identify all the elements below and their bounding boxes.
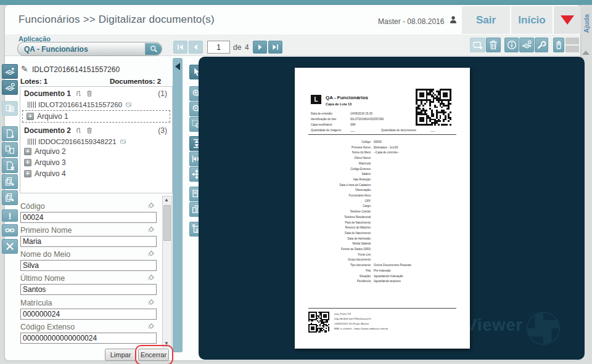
- barcode-icon: [28, 102, 36, 108]
- qr-code-small: [308, 312, 329, 333]
- document-1-row[interactable]: Documento 1 (1): [20, 87, 172, 99]
- plus-icon[interactable]: +: [24, 148, 31, 155]
- eraser-icon[interactable]: [147, 322, 155, 330]
- eraser-icon[interactable]: [147, 201, 155, 209]
- page-number-input[interactable]: [207, 41, 230, 54]
- file-label: Arquivo 4: [35, 169, 66, 178]
- aplicacao-dropdown[interactable]: QA - Funcionários: [17, 42, 162, 56]
- plus-icon[interactable]: +: [27, 113, 34, 120]
- close-panel-button[interactable]: [2, 239, 18, 254]
- eraser-icon[interactable]: [147, 249, 155, 257]
- ajuda-tab[interactable]: Ajuda: [582, 7, 591, 39]
- link-icon: [4, 225, 15, 236]
- rect-plus-icon: [472, 39, 483, 51]
- note-arrow-icon[interactable]: [75, 127, 82, 134]
- viewer-canvas[interactable]: Viewer L QA - Funcionários Capa de Lote …: [199, 57, 585, 360]
- last-page-button[interactable]: [268, 41, 282, 54]
- scanned-document-page[interactable]: L QA - Funcionários Capa de Lote 13 Data…: [295, 68, 470, 349]
- form-scrollbar[interactable]: ▲ ▼: [162, 196, 172, 347]
- search-button[interactable]: [145, 43, 162, 55]
- wrench-icon: [536, 39, 547, 51]
- delete-page-button[interactable]: [2, 158, 18, 173]
- file-row[interactable]: + Arquivo 3: [20, 157, 172, 168]
- alert-button[interactable]: !: [2, 209, 18, 222]
- primeiro-nome-input[interactable]: [20, 236, 157, 247]
- delete-batch-button[interactable]: [486, 38, 501, 52]
- replace-page-button[interactable]: [2, 142, 18, 157]
- file-row[interactable]: + Arquivo 2: [20, 146, 172, 157]
- scroll-up-icon[interactable]: ▲: [163, 197, 170, 203]
- document-1-code-row[interactable]: IDLOT2016614151557260: [20, 99, 172, 109]
- nome-do-meio-input[interactable]: [20, 260, 157, 271]
- file-label: Arquivo 2: [35, 147, 66, 156]
- field-label: Matrícula: [20, 299, 52, 307]
- document-2-code-row[interactable]: IDDOC20166159348221: [20, 136, 172, 146]
- first-page-button[interactable]: [173, 41, 187, 54]
- sair-button[interactable]: Sair: [462, 6, 510, 34]
- ultimo-nome-input[interactable]: [20, 284, 157, 295]
- layout-bottom-rect: [565, 46, 579, 52]
- breadcrumb: Funcionários >> Digitalizar documento(s): [18, 14, 215, 26]
- codigo-input[interactable]: [20, 212, 157, 223]
- document-count: (3): [158, 126, 167, 135]
- battery-status-button[interactable]: [553, 38, 564, 52]
- link-files-button[interactable]: [2, 224, 18, 237]
- inicio-label: Início: [518, 14, 545, 26]
- collapse-toolbar-arrow[interactable]: [582, 51, 590, 55]
- doc-header-row: Data de emissão:14/06/2016 15:29: [311, 112, 416, 115]
- scan-eject-button[interactable]: [2, 80, 18, 95]
- matricula-input[interactable]: [20, 309, 157, 320]
- append-pages-button[interactable]: [2, 190, 18, 205]
- sidebar-collapse-bar[interactable]: [173, 58, 183, 352]
- tools-button[interactable]: [535, 38, 548, 52]
- codigo-extenso-input[interactable]: [20, 333, 157, 344]
- limpar-label: Limpar: [110, 351, 131, 358]
- eraser-icon[interactable]: [147, 225, 155, 233]
- document-tree: Documento 1 (1) IDLOT2016614151557260 + …: [20, 86, 173, 193]
- card-icon[interactable]: [125, 102, 133, 108]
- trash-icon[interactable]: [86, 127, 93, 134]
- file-row[interactable]: + Arquivo 1: [23, 111, 170, 122]
- sair-label: Sair: [476, 14, 496, 26]
- page-plus-icon: [4, 128, 15, 139]
- layout-top-rect: [565, 38, 579, 44]
- expand-menu-button[interactable]: [554, 6, 581, 34]
- file-row[interactable]: + Arquivo 4: [20, 168, 172, 179]
- doc-subtitle: Capa de Lote 13: [326, 102, 352, 106]
- inicio-button[interactable]: Início: [511, 6, 553, 34]
- new-batch-button[interactable]: [470, 38, 485, 52]
- document-2-row[interactable]: Documento 2 (3): [20, 124, 172, 136]
- selected-file-box[interactable]: + Arquivo 1: [22, 110, 170, 123]
- layout-toggle-button[interactable]: [565, 38, 579, 52]
- scrollbar-thumb[interactable]: [163, 205, 171, 241]
- plus-icon[interactable]: +: [24, 159, 31, 166]
- first-page-icon: [176, 42, 185, 52]
- eraser-icon[interactable]: [147, 273, 155, 281]
- eraser-icon[interactable]: [147, 297, 155, 306]
- document-code: IDLOT2016614151557260: [38, 101, 122, 108]
- limpar-button[interactable]: Limpar: [105, 349, 136, 361]
- card-icon[interactable]: [119, 139, 127, 145]
- pencil-icon[interactable]: ✎: [21, 64, 28, 74]
- plus-icon[interactable]: +: [24, 170, 31, 177]
- next-page-button[interactable]: [253, 41, 267, 54]
- note-arrow-icon[interactable]: [75, 90, 82, 97]
- field-label: Nome do Meio: [20, 250, 70, 259]
- documentos-count: Documentos: 2: [110, 78, 161, 85]
- lotes-count: Lotes: 1: [20, 78, 47, 85]
- info-button[interactable]: [504, 38, 519, 52]
- scanner-settings-button[interactable]: [519, 38, 534, 52]
- doc-divider: [308, 134, 456, 135]
- doc-footer-line: BML e-content - https://www.umbrasil.com…: [334, 327, 388, 330]
- scan-add-button[interactable]: [2, 64, 18, 79]
- doc-header-row: Identificação do lote:IDLOT2016614151557…: [311, 118, 416, 121]
- add-page-button[interactable]: [2, 126, 18, 141]
- insert-pages-button[interactable]: [2, 174, 18, 189]
- pages-plus-icon: [4, 176, 15, 187]
- trash-icon[interactable]: [86, 90, 93, 97]
- prev-page-button[interactable]: [189, 41, 203, 54]
- process-pages-button[interactable]: [2, 101, 18, 116]
- person-icon: [448, 15, 458, 25]
- doc-header-row-right: Quantidade de documentos:___: [381, 129, 461, 132]
- field-label: Primeiro Nome: [20, 226, 72, 235]
